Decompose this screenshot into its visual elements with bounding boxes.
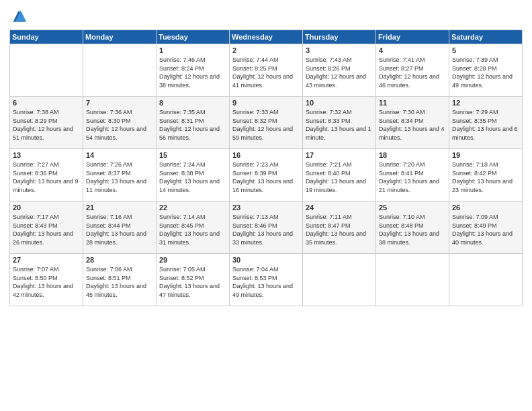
calendar-week-row: 27Sunrise: 7:07 AM Sunset: 8:50 PM Dayli… — [10, 254, 523, 306]
page: SundayMondayTuesdayWednesdayThursdayFrid… — [0, 0, 532, 411]
day-info: Sunrise: 7:09 AM Sunset: 8:49 PM Dayligh… — [452, 213, 519, 246]
day-number: 10 — [306, 99, 373, 107]
calendar-table: SundayMondayTuesdayWednesdayThursdayFrid… — [9, 30, 523, 306]
calendar-cell — [10, 44, 83, 97]
calendar-cell: 11Sunrise: 7:30 AM Sunset: 8:34 PM Dayli… — [376, 97, 449, 149]
calendar-cell: 25Sunrise: 7:10 AM Sunset: 8:48 PM Dayli… — [376, 201, 449, 254]
day-number: 24 — [306, 203, 373, 212]
day-info: Sunrise: 7:07 AM Sunset: 8:50 PM Dayligh… — [13, 265, 80, 299]
logo — [9, 7, 31, 26]
day-info: Sunrise: 7:33 AM Sunset: 8:32 PM Dayligh… — [232, 108, 300, 142]
day-info: Sunrise: 7:38 AM Sunset: 8:29 PM Dayligh… — [13, 108, 80, 142]
day-number: 4 — [379, 46, 446, 54]
day-number: 28 — [86, 256, 153, 264]
calendar-cell: 20Sunrise: 7:17 AM Sunset: 8:43 PM Dayli… — [10, 201, 83, 254]
calendar-cell: 7Sunrise: 7:36 AM Sunset: 8:30 PM Daylig… — [83, 97, 157, 149]
calendar-cell: 4Sunrise: 7:41 AM Sunset: 8:27 PM Daylig… — [376, 44, 449, 97]
calendar-cell: 9Sunrise: 7:33 AM Sunset: 8:32 PM Daylig… — [230, 97, 303, 149]
day-number: 15 — [159, 151, 226, 159]
day-info: Sunrise: 7:16 AM Sunset: 8:44 PM Dayligh… — [86, 213, 153, 246]
day-info: Sunrise: 7:30 AM Sunset: 8:34 PM Dayligh… — [379, 108, 446, 142]
day-number: 12 — [452, 99, 519, 107]
col-header-tuesday: Tuesday — [157, 30, 230, 44]
day-number: 25 — [379, 203, 446, 212]
day-info: Sunrise: 7:05 AM Sunset: 8:52 PM Dayligh… — [159, 265, 226, 299]
day-info: Sunrise: 7:18 AM Sunset: 8:42 PM Dayligh… — [452, 161, 519, 194]
col-header-thursday: Thursday — [303, 30, 376, 44]
col-header-monday: Monday — [83, 30, 157, 44]
day-info: Sunrise: 7:06 AM Sunset: 8:51 PM Dayligh… — [86, 265, 153, 299]
calendar-cell: 12Sunrise: 7:29 AM Sunset: 8:35 PM Dayli… — [449, 97, 523, 149]
calendar-cell: 17Sunrise: 7:21 AM Sunset: 8:40 PM Dayli… — [303, 149, 376, 201]
day-number: 6 — [13, 99, 80, 107]
calendar-cell: 10Sunrise: 7:32 AM Sunset: 8:33 PM Dayli… — [303, 97, 376, 149]
calendar-cell — [449, 254, 523, 306]
day-info: Sunrise: 7:14 AM Sunset: 8:45 PM Dayligh… — [159, 213, 226, 246]
day-info: Sunrise: 7:04 AM Sunset: 8:53 PM Dayligh… — [232, 265, 300, 299]
day-info: Sunrise: 7:24 AM Sunset: 8:38 PM Dayligh… — [159, 161, 226, 194]
calendar-week-row: 13Sunrise: 7:27 AM Sunset: 8:36 PM Dayli… — [10, 149, 523, 201]
day-info: Sunrise: 7:35 AM Sunset: 8:31 PM Dayligh… — [159, 108, 226, 142]
day-info: Sunrise: 7:27 AM Sunset: 8:36 PM Dayligh… — [13, 161, 80, 194]
calendar-cell — [376, 254, 449, 306]
day-number: 14 — [86, 151, 153, 159]
day-number: 18 — [379, 151, 446, 159]
calendar-cell: 19Sunrise: 7:18 AM Sunset: 8:42 PM Dayli… — [449, 149, 523, 201]
day-number: 13 — [13, 151, 80, 159]
day-info: Sunrise: 7:10 AM Sunset: 8:48 PM Dayligh… — [379, 213, 446, 246]
calendar-cell: 18Sunrise: 7:20 AM Sunset: 8:41 PM Dayli… — [376, 149, 449, 201]
day-info: Sunrise: 7:17 AM Sunset: 8:43 PM Dayligh… — [13, 213, 80, 246]
calendar-week-row: 6Sunrise: 7:38 AM Sunset: 8:29 PM Daylig… — [10, 97, 523, 149]
day-number: 26 — [452, 203, 519, 212]
day-number: 23 — [232, 203, 300, 212]
day-number: 22 — [159, 203, 226, 212]
day-number: 30 — [232, 256, 300, 264]
calendar-cell: 23Sunrise: 7:13 AM Sunset: 8:46 PM Dayli… — [230, 201, 303, 254]
calendar-cell: 3Sunrise: 7:43 AM Sunset: 8:26 PM Daylig… — [303, 44, 376, 97]
calendar-cell: 26Sunrise: 7:09 AM Sunset: 8:49 PM Dayli… — [449, 201, 523, 254]
day-number: 8 — [159, 99, 226, 107]
calendar-cell: 16Sunrise: 7:23 AM Sunset: 8:39 PM Dayli… — [230, 149, 303, 201]
day-info: Sunrise: 7:39 AM Sunset: 8:28 PM Dayligh… — [452, 56, 519, 89]
day-info: Sunrise: 7:41 AM Sunset: 8:27 PM Dayligh… — [379, 56, 446, 89]
day-number: 16 — [232, 151, 300, 159]
calendar-cell: 21Sunrise: 7:16 AM Sunset: 8:44 PM Dayli… — [83, 201, 157, 254]
day-info: Sunrise: 7:26 AM Sunset: 8:37 PM Dayligh… — [86, 161, 153, 194]
day-info: Sunrise: 7:46 AM Sunset: 8:24 PM Dayligh… — [159, 56, 226, 89]
col-header-wednesday: Wednesday — [230, 30, 303, 44]
header — [9, 7, 523, 26]
calendar-header-row: SundayMondayTuesdayWednesdayThursdayFrid… — [10, 30, 523, 44]
day-number: 29 — [159, 256, 226, 264]
col-header-friday: Friday — [376, 30, 449, 44]
calendar-cell: 28Sunrise: 7:06 AM Sunset: 8:51 PM Dayli… — [83, 254, 157, 306]
day-number: 3 — [306, 46, 373, 54]
day-info: Sunrise: 7:29 AM Sunset: 8:35 PM Dayligh… — [452, 108, 519, 142]
day-info: Sunrise: 7:36 AM Sunset: 8:30 PM Dayligh… — [86, 108, 153, 142]
calendar-cell — [83, 44, 157, 97]
calendar-cell: 24Sunrise: 7:11 AM Sunset: 8:47 PM Dayli… — [303, 201, 376, 254]
calendar-cell: 27Sunrise: 7:07 AM Sunset: 8:50 PM Dayli… — [10, 254, 83, 306]
day-number: 2 — [232, 46, 300, 54]
day-number: 5 — [452, 46, 519, 54]
day-number: 17 — [306, 151, 373, 159]
calendar-cell: 2Sunrise: 7:44 AM Sunset: 8:25 PM Daylig… — [230, 44, 303, 97]
col-header-saturday: Saturday — [449, 30, 523, 44]
day-number: 11 — [379, 99, 446, 107]
col-header-sunday: Sunday — [10, 30, 83, 44]
day-number: 20 — [13, 203, 80, 212]
calendar-week-row: 20Sunrise: 7:17 AM Sunset: 8:43 PM Dayli… — [10, 201, 523, 254]
day-number: 21 — [86, 203, 153, 212]
day-info: Sunrise: 7:32 AM Sunset: 8:33 PM Dayligh… — [306, 108, 373, 142]
calendar-cell: 8Sunrise: 7:35 AM Sunset: 8:31 PM Daylig… — [157, 97, 230, 149]
calendar-cell: 29Sunrise: 7:05 AM Sunset: 8:52 PM Dayli… — [157, 254, 230, 306]
calendar-cell: 30Sunrise: 7:04 AM Sunset: 8:53 PM Dayli… — [230, 254, 303, 306]
calendar-cell: 13Sunrise: 7:27 AM Sunset: 8:36 PM Dayli… — [10, 149, 83, 201]
calendar-cell — [303, 254, 376, 306]
calendar-cell: 6Sunrise: 7:38 AM Sunset: 8:29 PM Daylig… — [10, 97, 83, 149]
day-number: 9 — [232, 99, 300, 107]
day-info: Sunrise: 7:20 AM Sunset: 8:41 PM Dayligh… — [379, 161, 446, 194]
calendar-cell: 5Sunrise: 7:39 AM Sunset: 8:28 PM Daylig… — [449, 44, 523, 97]
day-number: 27 — [13, 256, 80, 264]
day-number: 7 — [86, 99, 153, 107]
day-info: Sunrise: 7:13 AM Sunset: 8:46 PM Dayligh… — [232, 213, 300, 246]
